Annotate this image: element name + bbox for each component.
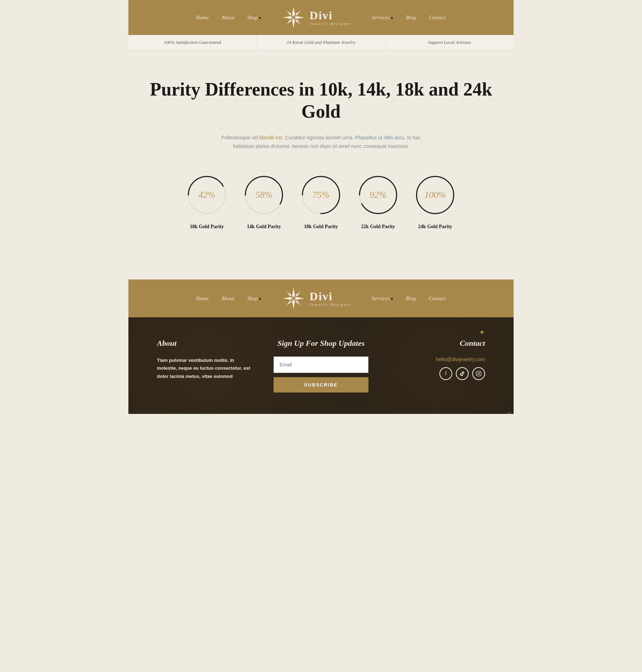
banner-item-3: Support Local Artisans bbox=[386, 35, 514, 50]
footer-bottom: About Tiam pulvinar vestibulum mollis. I… bbox=[128, 317, 514, 414]
circle-chart: 100% bbox=[412, 172, 458, 218]
footer-logo-star-icon bbox=[281, 286, 306, 311]
circles-row: 42% 10k Gold Parity 58% 14k Gold Parity … bbox=[143, 172, 499, 230]
header-nav-right: Services Blog Contact bbox=[365, 14, 446, 21]
footer-about-text: Tiam pulvinar vestibulum mollis. In mole… bbox=[157, 356, 252, 380]
circle-chart: 42% bbox=[184, 172, 230, 218]
footer-about-title: About bbox=[157, 339, 252, 348]
logo[interactable]: Divi Jewelry Designer bbox=[281, 5, 352, 30]
circle-label: 24k Gold Parity bbox=[418, 224, 452, 230]
footer-nav: Home About Shop bbox=[128, 279, 514, 317]
footer-logo-brand: Divi bbox=[310, 290, 352, 303]
circle-item: 75% 18k Gold Parity bbox=[298, 172, 344, 230]
nav-about[interactable]: About bbox=[221, 15, 234, 20]
circle-label: 22k Gold Parity bbox=[361, 224, 395, 230]
footer-nav-left: Home About Shop bbox=[196, 295, 268, 302]
footer-nav-about[interactable]: About bbox=[221, 296, 234, 301]
footer-nav-blog[interactable]: Blog bbox=[406, 296, 416, 301]
svg-marker-6 bbox=[284, 16, 292, 19]
footer-about-col: About Tiam pulvinar vestibulum mollis. I… bbox=[157, 339, 252, 393]
facebook-icon[interactable]: f bbox=[439, 367, 452, 380]
header-nav: Home About Shop bbox=[196, 14, 268, 21]
footer-nav-shop[interactable]: Shop bbox=[247, 296, 258, 301]
circle-chart: 92% bbox=[355, 172, 401, 218]
footer-contact-title: Contact bbox=[390, 339, 485, 348]
footer-logo-tagline: Jewelry Designer bbox=[310, 303, 352, 307]
circle-percent: 92% bbox=[370, 190, 387, 200]
footer-newsletter-title: Sign Up For Shop Updates bbox=[274, 339, 369, 348]
svg-point-12 bbox=[292, 16, 295, 19]
circle-item: 42% 10k Gold Parity bbox=[184, 172, 230, 230]
svg-marker-7 bbox=[295, 16, 304, 19]
main-content: Purity Differences in 10k, 14k, 18k and … bbox=[128, 50, 514, 279]
logo-text: Divi Jewelry Designer bbox=[310, 9, 352, 26]
circle-item: 58% 14k Gold Parity bbox=[241, 172, 287, 230]
email-input[interactable] bbox=[274, 356, 369, 373]
footer-nav-home[interactable]: Home bbox=[196, 296, 209, 301]
svg-marker-5 bbox=[292, 19, 295, 27]
svg-marker-30 bbox=[295, 297, 304, 300]
site-header: Home About Shop bbox=[128, 0, 514, 35]
circle-percent: 100% bbox=[424, 190, 446, 200]
tiktok-icon[interactable] bbox=[456, 367, 469, 380]
svg-marker-4 bbox=[292, 7, 295, 16]
circle-percent: 75% bbox=[312, 190, 330, 200]
logo-tagline: Jewelry Designer bbox=[310, 22, 352, 26]
footer-logo-text: Divi Jewelry Designer bbox=[310, 290, 352, 307]
circle-label: 18k Gold Parity bbox=[304, 224, 338, 230]
footer-nav-services[interactable]: Services bbox=[372, 296, 390, 301]
nav-contact[interactable]: Contact bbox=[429, 15, 446, 20]
leaf-decoration bbox=[471, 357, 514, 414]
circle-item: 92% 22k Gold Parity bbox=[355, 172, 401, 230]
nav-shop[interactable]: Shop bbox=[247, 15, 258, 20]
page-title: Purity Differences in 10k, 14k, 18k and … bbox=[143, 78, 499, 123]
footer-logo[interactable]: Divi Jewelry Designer bbox=[281, 286, 352, 311]
nav-blog[interactable]: Blog bbox=[406, 15, 416, 20]
circle-item: 100% 24k Gold Parity bbox=[412, 172, 458, 230]
footer-newsletter-col: Sign Up For Shop Updates SUBSCRIBE bbox=[274, 339, 369, 393]
banner-item-1: 100% Satisfaction Guaranteed bbox=[128, 35, 257, 50]
circle-label: 14k Gold Parity bbox=[247, 224, 281, 230]
logo-star-icon bbox=[281, 5, 306, 30]
footer-nav-contact[interactable]: Contact bbox=[429, 296, 446, 301]
circle-label: 10k Gold Parity bbox=[190, 224, 224, 230]
nav-home[interactable]: Home bbox=[196, 15, 209, 20]
svg-marker-28 bbox=[292, 300, 295, 308]
circle-percent: 58% bbox=[255, 190, 272, 200]
logo-brand-name: Divi bbox=[310, 9, 352, 22]
footer-nav-right: Services Blog Contact bbox=[365, 295, 446, 302]
circle-chart: 75% bbox=[298, 172, 344, 218]
subscribe-button[interactable]: SUBSCRIBE bbox=[274, 377, 369, 393]
main-description: Pellentesque vel blandit est. Curabitur … bbox=[214, 134, 428, 151]
nav-services[interactable]: Services bbox=[372, 15, 390, 20]
diamond-icon: ✦ bbox=[479, 328, 485, 337]
banner-strip: 100% Satisfaction Guaranteed 24 Karat Go… bbox=[128, 35, 514, 50]
banner-item-2: 24 Karat Gold and Platinum Jewelry bbox=[257, 35, 385, 50]
svg-point-35 bbox=[292, 297, 295, 300]
circle-percent: 42% bbox=[198, 190, 215, 200]
svg-marker-27 bbox=[292, 288, 295, 297]
email-form: SUBSCRIBE bbox=[274, 356, 369, 393]
circle-chart: 58% bbox=[241, 172, 287, 218]
svg-marker-29 bbox=[284, 297, 292, 300]
